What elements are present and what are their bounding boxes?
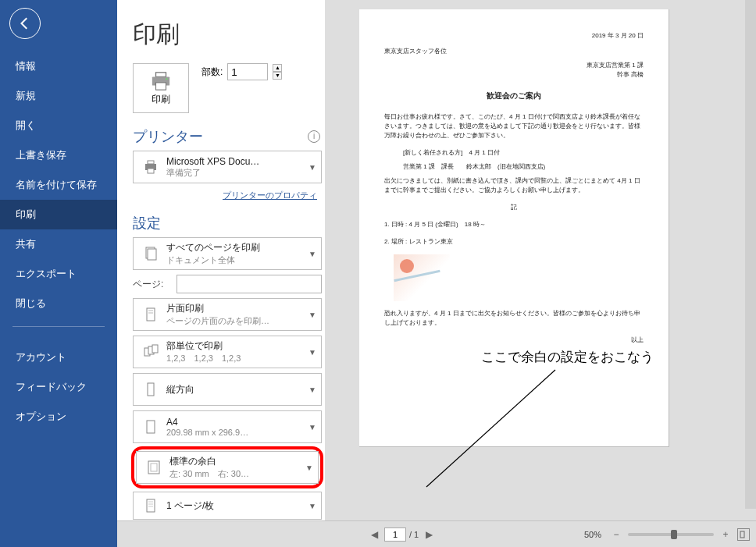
orientation-select[interactable]: 縦方向 ▼: [133, 373, 322, 406]
doc-para1: 毎日お仕事お疲れ様です。さて、このたび、4 月 1 日付けで関西支店より鈴木課長…: [384, 112, 644, 140]
pages-all-select[interactable]: すべてのページを印刷 ドキュメント全体 ▼: [133, 237, 322, 270]
svg-point-3: [166, 78, 167, 80]
print-big-button-label: 印刷: [152, 93, 170, 106]
backstage-sidebar: 情報 新規 開く 上書き保存 名前を付けて保存 印刷 共有 エクスポート 閉じる…: [0, 0, 117, 547]
sidebar-item-account[interactable]: アカウント: [0, 343, 117, 372]
pages-input[interactable]: [177, 275, 322, 293]
svg-rect-17: [148, 461, 159, 474]
svg-rect-16: [147, 421, 155, 433]
printer-select[interactable]: Microsoft XPS Docu… 準備完了 ▼: [133, 151, 322, 183]
margins-select[interactable]: 標準の余白 左: 30 mm 右: 30… ▼: [136, 451, 319, 484]
doc-date: 2019 年 3 月 20 日: [384, 31, 644, 41]
doc-note1: [新しく着任される方] 4 月 1 日付: [403, 148, 644, 158]
copies-label: 部数:: [201, 66, 223, 79]
spin-up-icon[interactable]: ▲: [273, 64, 282, 72]
sidebar-item-options[interactable]: オプション: [0, 402, 117, 432]
sidebar-item-new[interactable]: 新規: [0, 81, 117, 111]
preview-footer: ◀ / 1 ▶ 50% − +: [117, 520, 756, 547]
preview-vertical-scrollbar[interactable]: [745, 0, 756, 509]
margins-sub: 左: 30 mm 右: 30…: [169, 468, 305, 480]
back-button[interactable]: [9, 8, 41, 39]
sidebar-item-info[interactable]: 情報: [0, 52, 117, 81]
zoom-slider[interactable]: [628, 533, 714, 536]
sidebar-item-open[interactable]: 開く: [0, 111, 117, 140]
svg-rect-0: [156, 72, 166, 76]
annotation-text: ここで余白の設定をおこなう: [481, 348, 654, 366]
collated-title: 部単位で印刷: [166, 339, 308, 353]
copies-spinner[interactable]: ▲ ▼: [273, 64, 282, 80]
collated-icon: [140, 344, 162, 360]
paper-sub: 209.98 mm x 296.9…: [166, 428, 308, 437]
duplex-sub: ページの片面のみを印刷…: [166, 315, 308, 327]
pages-all-sub: ドキュメント全体: [166, 254, 308, 266]
sidebar-item-export[interactable]: エクスポート: [0, 259, 117, 289]
paper-title: A4: [166, 417, 308, 428]
printer-section-label: プリンター: [133, 127, 203, 146]
prev-page-button[interactable]: ◀: [367, 527, 381, 542]
chevron-down-icon: ▼: [308, 250, 316, 258]
printer-section-header: プリンター i: [133, 127, 325, 146]
chevron-down-icon: ▼: [308, 311, 316, 319]
document-icon: [140, 246, 162, 261]
sidebar-item-close[interactable]: 閉じる: [0, 289, 117, 318]
svg-rect-2: [156, 82, 166, 89]
printer-properties-link[interactable]: プリンターのプロパティ: [223, 190, 317, 200]
spin-down-icon[interactable]: ▼: [273, 72, 282, 80]
svg-rect-15: [148, 383, 154, 396]
sidebar-item-feedback[interactable]: フィードバック: [0, 372, 117, 402]
sidebar-item-print[interactable]: 印刷: [0, 200, 117, 229]
doc-closing: 以上: [384, 336, 644, 345]
chevron-down-icon: ▼: [308, 502, 316, 510]
print-big-button[interactable]: 印刷: [133, 63, 189, 113]
chevron-down-icon: ▼: [308, 423, 316, 432]
margins-highlight: 標準の余白 左: 30 mm 右: 30… ▼: [131, 446, 323, 488]
print-pane: 印刷 印刷 部数: ▲ ▼: [117, 0, 756, 547]
zoom-slider-thumb[interactable]: [671, 530, 677, 539]
sidebar-item-save[interactable]: 上書き保存: [0, 140, 117, 170]
page-icon: [140, 419, 162, 435]
svg-line-23: [426, 370, 555, 487]
next-page-button[interactable]: ▶: [422, 527, 436, 542]
settings-section-label: 設定: [133, 214, 161, 233]
doc-line-place: 2. 場所 : レストラン東京: [384, 237, 644, 247]
doc-para2: 出欠につきましては、別紙に書き込んで頂き、課内で回覧の上、課ごとにまとめて 4月…: [384, 176, 644, 195]
duplex-select[interactable]: 片面印刷 ページの片面のみを印刷… ▼: [133, 298, 322, 331]
collated-select[interactable]: 部単位で印刷 1,2,3 1,2,3 1,2,3 ▼: [133, 336, 322, 368]
svg-rect-8: [148, 249, 156, 260]
chevron-down-icon: ▼: [308, 385, 316, 394]
zoom-in-button[interactable]: +: [719, 527, 733, 542]
page-number-input[interactable]: [384, 527, 406, 542]
doc-from1: 東京支店営業第 1 課: [384, 61, 644, 70]
copies-input[interactable]: [227, 63, 268, 80]
page-title: 印刷: [133, 19, 325, 51]
chevron-down-icon: ▼: [308, 348, 316, 357]
sidebar-separator: [12, 326, 105, 327]
one-page-icon: [140, 498, 162, 513]
papersize-select[interactable]: A4 209.98 mm x 296.9… ▼: [133, 410, 322, 443]
svg-rect-9: [147, 308, 155, 321]
portrait-icon: [140, 382, 162, 397]
doc-line-date: 1. 日時 : 4 月 5 日 (金曜日) 18 時～: [384, 220, 644, 229]
doc-from2: 幹事 高橋: [384, 70, 644, 80]
chevron-down-icon: ▼: [305, 464, 313, 472]
pages-all-title: すべてのページを印刷: [166, 241, 308, 254]
sidebar-item-saveas[interactable]: 名前を付けて保存: [0, 170, 117, 200]
pages-per-sheet-select[interactable]: 1 ページ/枚 ▼: [133, 492, 322, 520]
duplex-title: 片面印刷: [166, 302, 308, 315]
chevron-down-icon: ▼: [308, 163, 316, 172]
zoom-out-button[interactable]: −: [609, 527, 623, 542]
printer-icon: [149, 71, 173, 91]
sidebar-item-share[interactable]: 共有: [0, 229, 117, 259]
zoom-to-page-button[interactable]: [737, 528, 750, 541]
annotation-arrow: [419, 367, 567, 490]
doc-map-image: [394, 254, 450, 301]
printer-name: Microsoft XPS Docu…: [166, 156, 308, 167]
doc-para3: 恐れ入りますが、4 月 1 日までに出欠をお知らせください。皆様のご参加を心より…: [384, 309, 644, 328]
svg-rect-19: [147, 499, 155, 512]
zoom-percent: 50%: [584, 530, 601, 539]
info-icon[interactable]: i: [308, 130, 320, 143]
ppsheet-title: 1 ページ/枚: [166, 499, 308, 513]
doc-ki: 記: [384, 203, 644, 212]
svg-rect-6: [148, 169, 154, 173]
scroll-thumb[interactable]: [746, 0, 756, 509]
